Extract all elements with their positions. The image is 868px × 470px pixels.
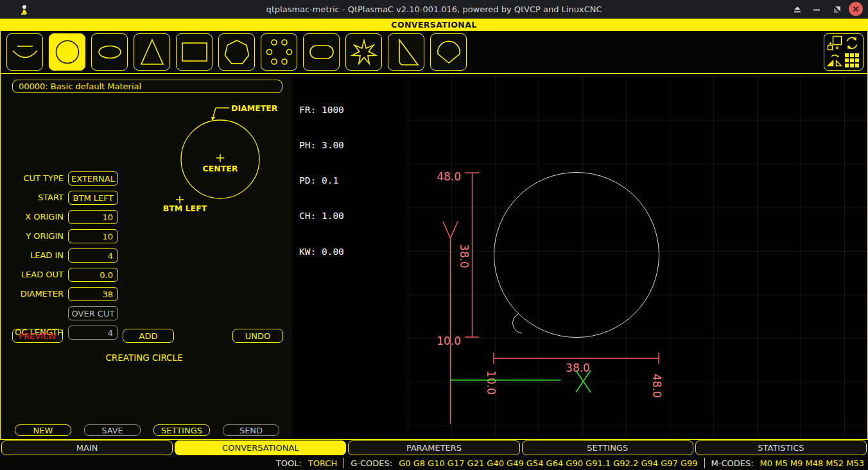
- lead-out-input[interactable]: [68, 268, 118, 282]
- dim-x-min: 10.0: [485, 370, 498, 395]
- dim-y-min: 10.0: [437, 335, 461, 347]
- tab-statistics[interactable]: STATISTICS: [695, 440, 867, 455]
- x-origin-label: X ORIGIN: [1, 210, 64, 224]
- dim-y-max: 48.0: [437, 170, 461, 183]
- preview-grid: [408, 76, 867, 439]
- add-button[interactable]: ADD: [123, 329, 174, 343]
- array-icon[interactable]: [844, 53, 860, 68]
- dim-x-max: 48.0: [650, 374, 663, 398]
- start-button[interactable]: BTM LEFT: [68, 191, 118, 205]
- center-cross: [216, 154, 224, 162]
- statusbar-separator: [704, 458, 705, 468]
- diameter-label: DIAMETER: [1, 287, 64, 301]
- circle-help-diagram: DIAMETER CENTER BTM LEFT: [161, 90, 290, 218]
- lead-in-input[interactable]: [68, 248, 118, 263]
- lead-out-label: LEAD OUT: [1, 268, 64, 282]
- sector-icon: [431, 34, 467, 70]
- title-bar: qtplasmac-metric - QtPlasmaC v2.10-001.0…: [0, 0, 868, 19]
- y-origin-input[interactable]: [68, 229, 118, 243]
- status-message: CREATING CIRCLE: [1, 352, 288, 363]
- shape-rectangle-button[interactable]: [176, 33, 213, 71]
- maximize-icon: [833, 6, 841, 13]
- polygon-icon: [219, 34, 255, 70]
- main-tab-bar: MAIN CONVERSATIONAL PARAMETERS SETTINGS …: [0, 440, 868, 455]
- oc-length-input[interactable]: [68, 326, 118, 340]
- scale-icon[interactable]: [827, 35, 842, 51]
- rotate-icon[interactable]: [844, 35, 860, 51]
- shape-gusset-button[interactable]: [388, 33, 424, 71]
- bolt-circle-icon: [261, 34, 297, 70]
- mirror-icon[interactable]: [827, 53, 842, 68]
- shape-ellipse-button[interactable]: [91, 33, 128, 71]
- tab-conversational[interactable]: CONVERSATIONAL: [175, 440, 346, 455]
- diagram-diameter-label: DIAMETER: [231, 103, 278, 113]
- minimize-icon: [813, 6, 820, 13]
- tab-main[interactable]: MAIN: [1, 440, 173, 455]
- star-icon: [346, 34, 382, 70]
- preview-button[interactable]: PREVIEW: [12, 329, 63, 343]
- close-icon: [853, 6, 859, 12]
- slot-icon: [304, 34, 340, 70]
- y-origin-label: Y ORIGIN: [1, 229, 64, 243]
- diagram-center-label: CENTER: [203, 164, 238, 173]
- cut-type-label: CUT TYPE: [1, 171, 64, 186]
- shape-slot-button[interactable]: [303, 33, 340, 71]
- mode-banner: CONVERSATIONAL: [0, 19, 868, 31]
- diagram-btm-left-label: BTM LEFT: [163, 204, 207, 213]
- shape-bolt-circle-button[interactable]: [261, 33, 297, 71]
- start-label: START: [1, 191, 64, 205]
- tab-settings[interactable]: SETTINGS: [522, 440, 693, 455]
- new-button[interactable]: NEW: [15, 424, 71, 436]
- shade-icon: [794, 6, 801, 13]
- shape-polygon-button[interactable]: [218, 33, 255, 71]
- shape-star-button[interactable]: [345, 33, 382, 71]
- conversational-input-panel: 00000: Basic default Material CUT TYPE E…: [1, 74, 292, 439]
- mcodes-label: M-CODES:: [711, 458, 754, 468]
- save-button[interactable]: SAVE: [84, 424, 141, 436]
- send-button[interactable]: SEND: [223, 424, 279, 436]
- undo-button[interactable]: UNDO: [232, 329, 283, 343]
- tool-label: TOOL:: [276, 458, 302, 468]
- tool-value: TORCH: [308, 458, 337, 468]
- ellipse-icon: [92, 34, 128, 70]
- dim-width: 38.0: [566, 361, 590, 374]
- btm-left-cross: [176, 196, 184, 204]
- transform-tool-group: [824, 33, 864, 71]
- x-origin-input[interactable]: [68, 210, 118, 224]
- gcode-preview-panel: FR: 1000 PH: 3.00 PD: 0.1 CH: 1.00 KW: 0…: [292, 74, 867, 439]
- shape-sector-button[interactable]: [430, 33, 467, 71]
- gcodes-label: G-CODES:: [351, 458, 392, 468]
- shape-circle-button[interactable]: [49, 33, 85, 71]
- circle-icon: [49, 34, 85, 70]
- mcodes-value: M0 M5 M9 M48 M52 M53: [760, 458, 864, 468]
- preview-canvas: 48.0 10.0 38.0 38.0 10.0 48.0: [292, 74, 867, 439]
- line-arc-icon: [7, 34, 43, 70]
- settings-button[interactable]: SETTINGS: [153, 424, 210, 436]
- shade-window-button[interactable]: [790, 3, 804, 16]
- over-cut-button[interactable]: OVER CUT: [68, 306, 118, 320]
- minimize-button[interactable]: [810, 3, 824, 16]
- close-button[interactable]: [849, 2, 863, 16]
- rectangle-icon: [177, 34, 213, 70]
- cut-type-button[interactable]: EXTERNAL: [68, 171, 118, 186]
- lead-in-label: LEAD IN: [1, 248, 64, 263]
- triangle-icon: [134, 34, 170, 70]
- shape-triangle-button[interactable]: [134, 33, 170, 71]
- diameter-input[interactable]: [68, 287, 118, 301]
- window-title: qtplasmac-metric - QtPlasmaC v2.10-001.0…: [0, 4, 868, 14]
- gusset-icon: [388, 34, 424, 70]
- tab-parameters[interactable]: PARAMETERS: [348, 440, 519, 455]
- dim-height: 38.0: [458, 244, 471, 268]
- shape-line-arc-button[interactable]: [6, 33, 43, 71]
- gcodes-value: G0 G8 G10 G17 G21 G40 G49 G54 G64 G90 G9…: [399, 458, 697, 468]
- statusbar-separator: [343, 458, 344, 468]
- status-bar: TOOL: TORCH G-CODES: G0 G8 G10 G17 G21 G…: [0, 456, 868, 470]
- maximize-button[interactable]: [830, 3, 844, 16]
